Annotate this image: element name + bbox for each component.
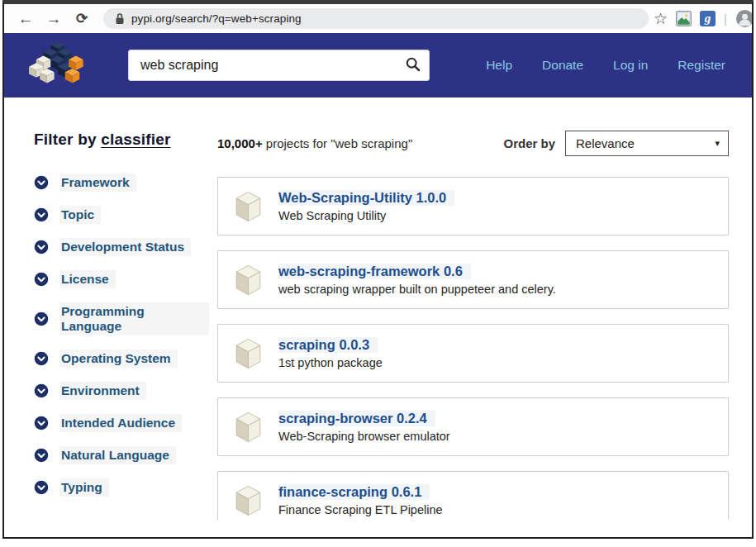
- sidebar-item-label: Operating System: [59, 350, 178, 368]
- pypi-logo[interactable]: [29, 41, 88, 89]
- results-count-number: 10,000+: [217, 136, 263, 150]
- forward-button[interactable]: →: [42, 7, 65, 31]
- filter-sidebar: Filter by classifier Framework Topic Dev…: [34, 131, 209, 520]
- bookmark-star-icon[interactable]: ☆: [654, 11, 668, 26]
- sidebar-item-label: License: [59, 270, 116, 288]
- sidebar-item-environment[interactable]: Environment: [34, 382, 209, 400]
- toolbar-right: ☆ g |: [654, 9, 754, 28]
- browser-toolbar: ← → ⟳ pypi.org/search/?q=web+scraping ☆: [4, 4, 752, 33]
- sidebar-item-natural-language[interactable]: Natural Language: [34, 446, 209, 464]
- order-by-value: Relevance: [576, 136, 635, 150]
- package-name: web-scraping-framework: [278, 264, 440, 278]
- nav-register[interactable]: Register: [678, 58, 725, 73]
- address-bar[interactable]: pypi.org/search/?q=web+scraping: [103, 8, 649, 29]
- results-header: 10,000+ projects for "web scraping" Orde…: [217, 131, 729, 156]
- sidebar-item-label: Environment: [59, 382, 146, 400]
- order-by-select[interactable]: Relevance ▾: [565, 131, 729, 156]
- results-count-text: projects for "web scraping": [266, 136, 412, 150]
- search-submit-button[interactable]: [400, 52, 426, 78]
- back-button[interactable]: ←: [14, 7, 37, 31]
- package-version: 0.6.1: [392, 484, 422, 499]
- image-extension-icon[interactable]: [676, 11, 692, 26]
- package-version: 1.0.0: [416, 190, 447, 205]
- nav-help[interactable]: Help: [486, 58, 512, 73]
- nav-donate[interactable]: Donate: [542, 58, 583, 73]
- nav-login[interactable]: Log in: [613, 58, 648, 73]
- caret-down-icon: ▾: [715, 138, 720, 149]
- chevron-down-icon: [34, 448, 49, 463]
- site-search-input[interactable]: [128, 50, 430, 81]
- sidebar-item-label: Programming Language: [59, 302, 209, 335]
- results-count: 10,000+ projects for "web scraping": [217, 136, 412, 150]
- package-description: Finance Scraping ETL Pipeline: [278, 503, 443, 516]
- chevron-down-icon: [34, 480, 49, 495]
- result-card[interactable]: web-scraping-framework 0.6 web scraping …: [217, 250, 729, 309]
- sidebar-item-license[interactable]: License: [34, 270, 209, 288]
- header-nav: Help Donate Log in Register: [486, 58, 729, 73]
- profile-avatar[interactable]: [735, 9, 754, 28]
- package-version: 0.2.4: [397, 411, 427, 426]
- package-name: scraping-browser: [278, 411, 392, 426]
- package-icon: [235, 338, 262, 369]
- order-by-label: Order by: [503, 136, 555, 150]
- package-icon: [235, 264, 262, 296]
- sidebar-item-framework[interactable]: Framework: [34, 174, 209, 192]
- lock-icon: [115, 12, 125, 25]
- package-title-link[interactable]: finance-scraping 0.6.1: [278, 484, 430, 500]
- package-name: finance-scraping: [278, 484, 388, 499]
- bottom-filler: [4, 520, 752, 539]
- package-icon: [235, 485, 262, 516]
- sidebar-item-operating-system[interactable]: Operating System: [34, 350, 209, 368]
- chevron-down-icon: [34, 207, 49, 222]
- filter-title-prefix: Filter by: [34, 131, 97, 148]
- package-title-link[interactable]: web-scraping-framework 0.6: [278, 264, 471, 279]
- sidebar-item-development-status[interactable]: Development Status: [34, 238, 209, 256]
- sidebar-item-label: Topic: [59, 206, 101, 224]
- sidebar-item-label: Development Status: [59, 238, 191, 256]
- chevron-down-icon: [34, 383, 49, 398]
- result-card[interactable]: finance-scraping 0.6.1 Finance Scraping …: [217, 471, 729, 520]
- package-title-link[interactable]: scraping-browser 0.2.4: [278, 411, 435, 426]
- toolbar-separator: |: [724, 12, 727, 26]
- order-by: Order by Relevance ▾: [503, 131, 729, 156]
- classifier-link[interactable]: classifier: [101, 131, 170, 148]
- package-description: Web Scraping Utility: [278, 209, 454, 222]
- sidebar-item-programming-language[interactable]: Programming Language: [34, 302, 209, 335]
- result-card[interactable]: scraping 0.0.3 1st python package: [217, 324, 729, 383]
- filter-title: Filter by classifier: [34, 131, 209, 149]
- page-content: Filter by classifier Framework Topic Dev…: [4, 98, 752, 520]
- sidebar-item-topic[interactable]: Topic: [34, 206, 209, 224]
- pypi-header: Help Donate Log in Register: [4, 33, 752, 98]
- package-info: scraping 0.0.3 1st python package: [278, 337, 383, 369]
- chevron-down-icon: [34, 175, 49, 190]
- package-name: Web-Scraping-Utility: [278, 190, 412, 205]
- chevron-down-icon: [34, 312, 49, 326]
- classifier-list: Framework Topic Development Status Licen…: [34, 174, 209, 497]
- package-info: web-scraping-framework 0.6 web scraping …: [278, 264, 556, 296]
- chevron-down-icon: [34, 240, 49, 254]
- chevron-down-icon: [34, 272, 49, 287]
- url-text[interactable]: pypi.org/search/?q=web+scraping: [131, 12, 302, 25]
- package-version: 0.6: [444, 264, 463, 278]
- package-icon: [235, 411, 262, 443]
- package-title-link[interactable]: scraping 0.0.3: [278, 337, 378, 353]
- chevron-down-icon: [34, 351, 49, 366]
- package-title-link[interactable]: Web-Scraping-Utility 1.0.0: [278, 190, 454, 206]
- g-extension-icon[interactable]: g: [700, 11, 716, 26]
- package-version: 0.0.3: [339, 337, 369, 352]
- package-description: 1st python package: [278, 356, 383, 369]
- package-info: finance-scraping 0.6.1 Finance Scraping …: [278, 484, 443, 516]
- package-description: Web-Scraping browser emulator: [278, 430, 450, 443]
- package-info: scraping-browser 0.2.4 Web-Scraping brow…: [278, 411, 450, 443]
- sidebar-item-label: Intended Audience: [59, 414, 182, 432]
- package-icon: [235, 191, 262, 222]
- reload-button[interactable]: ⟳: [70, 7, 93, 31]
- chevron-down-icon: [34, 416, 49, 430]
- package-name: scraping: [278, 337, 335, 352]
- result-card[interactable]: scraping-browser 0.2.4 Web-Scraping brow…: [217, 397, 729, 456]
- result-card[interactable]: Web-Scraping-Utility 1.0.0 Web Scraping …: [217, 177, 729, 235]
- sidebar-item-label: Typing: [59, 478, 109, 497]
- browser-window: ← → ⟳ pypi.org/search/?q=web+scraping ☆: [2, 0, 754, 539]
- sidebar-item-typing[interactable]: Typing: [34, 478, 209, 497]
- sidebar-item-intended-audience[interactable]: Intended Audience: [34, 414, 209, 432]
